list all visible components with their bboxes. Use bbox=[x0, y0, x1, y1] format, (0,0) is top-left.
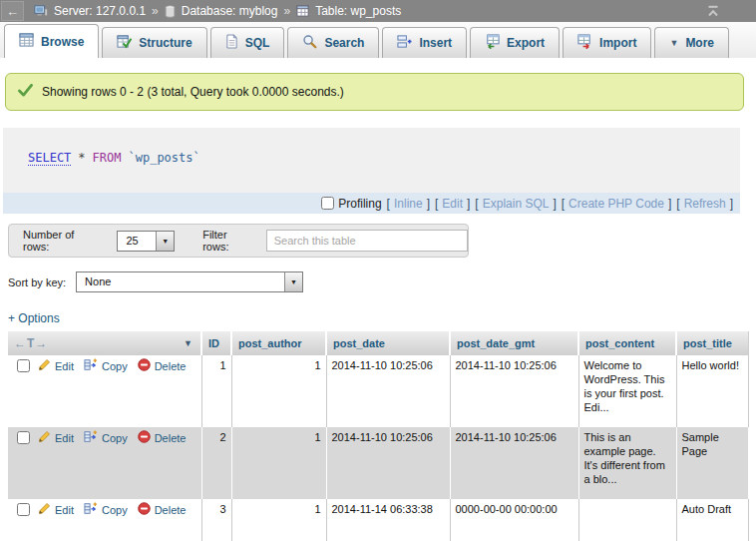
explain-link-group: [Explain SQL] bbox=[475, 197, 556, 211]
search-icon bbox=[302, 34, 317, 52]
create-php-code-link[interactable]: Create PHP Code bbox=[568, 197, 664, 211]
profiling-checkbox[interactable] bbox=[321, 197, 334, 210]
sql-keyword-select[interactable]: SELECT bbox=[28, 151, 71, 166]
cell-post-title: Auto Draft bbox=[676, 499, 748, 541]
row-checkbox[interactable] bbox=[17, 503, 30, 516]
status-message-text: Showing rows 0 - 2 (3 total, Query took … bbox=[42, 85, 344, 99]
copy-icon bbox=[84, 502, 98, 518]
sql-query-box: SELECT*FROM`wp_posts` Profiling [Inline]… bbox=[3, 128, 740, 214]
collapse-top-icon bbox=[706, 5, 720, 20]
tab-structure[interactable]: Structure bbox=[102, 27, 206, 58]
options-toggle-link[interactable]: + Options bbox=[8, 311, 60, 325]
cell-post-author: 1 bbox=[231, 499, 326, 541]
sort-by-key-label: Sort by key: bbox=[8, 276, 66, 288]
tab-import[interactable]: Import bbox=[563, 27, 651, 58]
query-toolbar: Profiling [Inline] [Edit] [Explain SQL] … bbox=[3, 193, 740, 214]
column-header-post-content[interactable]: post_content bbox=[578, 331, 676, 355]
cell-post-date-gmt: 0000-00-00 00:00:00 bbox=[450, 499, 578, 541]
cell-id: 1 bbox=[201, 355, 231, 427]
tab-more[interactable]: ▼ More bbox=[654, 27, 729, 58]
pencil-icon bbox=[38, 430, 51, 446]
breadcrumb: Server: 127.0.0.1 » Database: myblog » T… bbox=[34, 4, 401, 18]
sort-options-icon[interactable]: ▼ bbox=[184, 338, 192, 348]
structure-icon bbox=[117, 35, 132, 52]
cell-id: 2 bbox=[201, 427, 231, 499]
explain-sql-link[interactable]: Explain SQL bbox=[483, 197, 550, 211]
import-icon bbox=[577, 34, 592, 52]
number-of-rows-select[interactable]: 25 ▼ bbox=[117, 231, 175, 252]
column-header-id[interactable]: ID bbox=[201, 331, 231, 355]
cell-post-date: 2014-11-10 10:25:06 bbox=[326, 355, 450, 427]
copy-icon bbox=[84, 430, 98, 446]
table-header-row: ←T→ ▼ ID post_author post_date post_date… bbox=[8, 331, 748, 355]
delete-icon bbox=[138, 430, 151, 446]
edit-row-link[interactable]: Edit bbox=[38, 358, 74, 374]
pencil-icon bbox=[38, 502, 51, 518]
back-button[interactable]: ← bbox=[1, 1, 24, 21]
row-checkbox[interactable] bbox=[17, 431, 30, 444]
sql-query-text: SELECT*FROM`wp_posts` bbox=[28, 151, 207, 165]
edit-link-group: [Edit] bbox=[435, 197, 470, 211]
copy-row-link[interactable]: Copy bbox=[84, 358, 128, 374]
tab-label: Browse bbox=[41, 35, 84, 49]
copy-row-link[interactable]: Copy bbox=[84, 502, 128, 518]
edit-row-link[interactable]: Edit bbox=[38, 430, 74, 446]
php-code-link-group: [Create PHP Code] bbox=[562, 197, 672, 211]
cell-post-date-gmt: 2014-11-10 10:25:06 bbox=[450, 355, 578, 427]
column-options-icon[interactable]: ←T→ bbox=[14, 336, 48, 350]
column-header-post-author[interactable]: post_author bbox=[231, 331, 326, 355]
filter-rows-input[interactable] bbox=[266, 230, 468, 252]
rows-control-bar: Number of rows: 25 ▼ Filter rows: bbox=[8, 224, 469, 258]
server-icon bbox=[34, 5, 48, 18]
success-check-icon bbox=[18, 84, 33, 100]
filter-rows-label: Filter rows: bbox=[202, 229, 256, 253]
tab-export[interactable]: Export bbox=[470, 27, 560, 58]
cell-post-date: 2014-11-14 06:33:38 bbox=[326, 499, 450, 541]
breadcrumb-separator: » bbox=[283, 4, 290, 18]
number-of-rows-label: Number of rows: bbox=[23, 229, 103, 253]
status-message: Showing rows 0 - 2 (3 total, Query took … bbox=[5, 73, 744, 111]
column-header-post-date-gmt[interactable]: post_date_gmt bbox=[450, 331, 578, 355]
breadcrumb-separator: » bbox=[152, 4, 159, 18]
sort-by-key-select[interactable]: None ▼ bbox=[76, 271, 303, 292]
tab-sql[interactable]: SQL bbox=[210, 27, 285, 58]
table-row: Edit Copy Delete 1 1 2014-11-10 10:25:06… bbox=[8, 355, 748, 427]
delete-row-link[interactable]: Delete bbox=[138, 358, 187, 374]
cell-post-content bbox=[578, 499, 676, 541]
inline-link[interactable]: Inline bbox=[394, 197, 423, 211]
cell-post-content: This is an example page. It's different … bbox=[578, 427, 676, 499]
collapse-top-button[interactable] bbox=[706, 5, 720, 20]
delete-row-link[interactable]: Delete bbox=[138, 430, 187, 446]
tab-label: Export bbox=[507, 36, 545, 50]
tab-search[interactable]: Search bbox=[287, 27, 379, 58]
sql-star: * bbox=[78, 151, 85, 165]
sql-table-name: `wp_posts` bbox=[129, 151, 200, 165]
database-icon bbox=[165, 5, 176, 18]
breadcrumb-database[interactable]: Database: myblog bbox=[182, 4, 278, 18]
row-checkbox[interactable] bbox=[17, 359, 30, 372]
column-header-post-title[interactable]: post_title bbox=[676, 331, 748, 355]
tab-browse[interactable]: Browse bbox=[4, 24, 99, 58]
profiling-label[interactable]: Profiling bbox=[338, 197, 381, 211]
edit-row-link[interactable]: Edit bbox=[38, 502, 74, 518]
number-of-rows-value: 25 bbox=[118, 232, 156, 251]
delete-row-link[interactable]: Delete bbox=[138, 502, 187, 518]
tab-label: Import bbox=[599, 36, 636, 50]
back-arrow-icon: ← bbox=[6, 4, 19, 19]
copy-row-link[interactable]: Copy bbox=[84, 430, 128, 446]
tab-label: Insert bbox=[419, 36, 452, 50]
breadcrumb-table[interactable]: Table: wp_posts bbox=[315, 4, 401, 18]
breadcrumb-server[interactable]: Server: 127.0.0.1 bbox=[54, 4, 146, 18]
cell-post-author: 1 bbox=[231, 355, 326, 427]
refresh-link-group: [Refresh] bbox=[676, 197, 733, 211]
column-header-post-date[interactable]: post_date bbox=[326, 331, 450, 355]
refresh-link[interactable]: Refresh bbox=[684, 197, 726, 211]
chevron-down-icon: ▼ bbox=[156, 232, 174, 251]
edit-query-link[interactable]: Edit bbox=[442, 197, 463, 211]
tab-insert[interactable]: Insert bbox=[382, 27, 467, 58]
tab-label: SQL bbox=[245, 36, 270, 50]
cell-id: 3 bbox=[201, 499, 231, 541]
tab-bar: Browse Structure SQL Search Insert bbox=[0, 22, 756, 58]
breadcrumb-bar: ← Server: 127.0.0.1 » Database: myblog »… bbox=[0, 0, 756, 22]
sort-by-key-value: None bbox=[77, 272, 284, 291]
